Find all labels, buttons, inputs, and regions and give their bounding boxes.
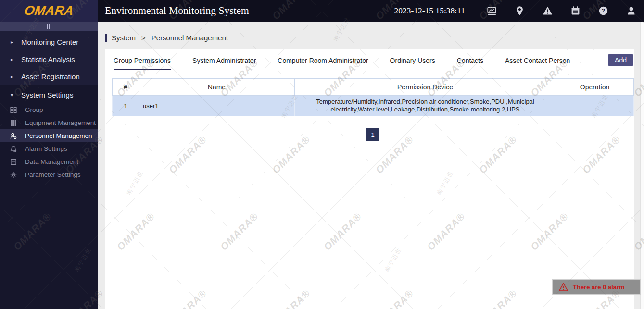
sidebar-item-label: Monitoring Center (21, 38, 78, 46)
column-header-index: # (113, 79, 139, 96)
column-header-name: Name (139, 79, 295, 96)
chevron-right-icon: ▸ (11, 74, 15, 79)
bell-gear-icon (10, 145, 17, 153)
alarm-toast[interactable]: There are 0 alarm (552, 279, 641, 295)
sidebar-collapse-button[interactable] (0, 22, 98, 31)
app-root: OMARA Environmental Monitoring System 20… (0, 0, 644, 309)
help-icon[interactable]: ? (598, 6, 608, 16)
brand-logo: OMARA (0, 0, 98, 22)
tab-group-permissions[interactable]: Group Permissions (114, 57, 171, 70)
sidebar-item-label: Alarm Settings (25, 145, 67, 152)
alarm-toast-text: There are 0 alarm (573, 284, 625, 291)
user-icon[interactable] (626, 6, 636, 16)
svg-text:?: ? (602, 8, 605, 13)
chevron-right-icon: ▸ (11, 39, 15, 45)
page-button-1[interactable]: 1 (366, 128, 379, 141)
sidebar-section-system-settings: ▾ System Settings Group Equipment Manage… (0, 85, 98, 309)
collapse-icon (47, 24, 48, 29)
sidebar-item-label: Personnel Managemen (25, 132, 92, 139)
table-header-row: # Name Permission Device Operation (113, 79, 634, 96)
sidebar-item-statistic-analysis[interactable]: ▸ Statistic Analysis (0, 50, 98, 68)
sidebar-item-monitoring-center[interactable]: ▸ Monitoring Center (0, 33, 98, 50)
cabinet-icon (10, 119, 17, 127)
document-lines-icon (10, 158, 17, 166)
cell-name: user1 (139, 96, 295, 116)
sidebar-item-label: System Settings (21, 91, 73, 99)
tab-ordinary-users[interactable]: Ordinary Users (390, 57, 435, 70)
add-button[interactable]: Add (608, 54, 633, 66)
person-gear-icon (10, 132, 17, 140)
breadcrumb-separator: > (141, 34, 146, 42)
sidebar-item-parameter-settings[interactable]: Parameter Settings (0, 168, 98, 181)
tab-asset-contact-person[interactable]: Asset Contact Person (505, 57, 570, 70)
app-header: OMARA Environmental Monitoring System 20… (0, 0, 644, 22)
sidebar-item-label: Group (25, 106, 43, 113)
chevron-right-icon: ▸ (11, 57, 15, 62)
sidebar-item-system-settings[interactable]: ▾ System Settings (0, 86, 98, 103)
breadcrumb: System > Personnel Management (105, 34, 228, 42)
sidebar-item-equipment-management[interactable]: Equipment Management (0, 116, 98, 129)
sidebar-item-label: Data Management (25, 158, 78, 165)
calendar-icon[interactable] (570, 6, 581, 16)
cell-operation (556, 96, 634, 116)
scrollbar-track[interactable] (640, 22, 644, 309)
sidebar-item-label: Equipment Management (25, 119, 96, 126)
cell-permission-device: Temperature/Humidity,Infrared,Precision … (295, 96, 556, 116)
brand-logo-text: OMARA (23, 3, 74, 18)
sidebar-item-personnel-management[interactable]: Personnel Managemen (0, 129, 98, 142)
page-title: Environmental Monitoring System (105, 5, 249, 17)
table-row[interactable]: 1 user1 Temperature/Humidity,Infrared,Pr… (113, 96, 634, 116)
column-header-permission-device: Permission Device (295, 79, 556, 96)
sidebar-item-asset-registration[interactable]: ▸ Asset Registration (0, 68, 98, 85)
sidebar-item-label: Statistic Analysis (21, 55, 75, 63)
monitor-chart-icon[interactable] (487, 6, 497, 16)
grid-icon (10, 106, 17, 114)
location-pin-icon[interactable] (515, 6, 525, 16)
breadcrumb-root[interactable]: System (112, 34, 136, 42)
breadcrumb-marker (105, 34, 107, 42)
tab-computer-room-administrator[interactable]: Computer Room Administrator (278, 57, 368, 70)
breadcrumb-current: Personnel Management (152, 34, 228, 42)
gear-icon (10, 171, 17, 179)
sidebar-item-group[interactable]: Group (0, 103, 98, 116)
tab-system-administrator[interactable]: System Administrator (192, 57, 256, 70)
sidebar-item-alarm-settings[interactable]: Alarm Settings (0, 142, 98, 155)
sidebar: ▸ Monitoring Center ▸ Statistic Analysis… (0, 22, 98, 309)
sidebar-item-label: Asset Registration (21, 73, 80, 81)
alarm-warning-icon[interactable] (543, 6, 553, 16)
warning-triangle-icon (558, 282, 568, 292)
tab-bar: Group Permissions System Administrator C… (114, 57, 570, 70)
tab-bar-row: Group Permissions System Administrator C… (105, 49, 634, 70)
header-actions: 2023-12-15 15:38:11 ? (394, 6, 644, 16)
permissions-table: # Name Permission Device Operation 1 use… (112, 78, 634, 116)
cell-index: 1 (113, 96, 139, 116)
tab-contacts[interactable]: Contacts (457, 57, 483, 70)
pagination: 1 (112, 128, 633, 141)
sidebar-item-data-management[interactable]: Data Management (0, 155, 98, 168)
sidebar-menu: ▸ Monitoring Center ▸ Statistic Analysis… (0, 31, 98, 85)
datetime-display: 2023-12-15 15:38:11 (394, 6, 465, 16)
sidebar-item-label: Parameter Settings (25, 171, 81, 178)
main-content: System > Personnel Management Group Perm… (98, 22, 644, 309)
column-header-operation: Operation (556, 79, 634, 96)
chevron-down-icon: ▾ (11, 92, 15, 98)
content-panel: Group Permissions System Administrator C… (105, 49, 634, 309)
